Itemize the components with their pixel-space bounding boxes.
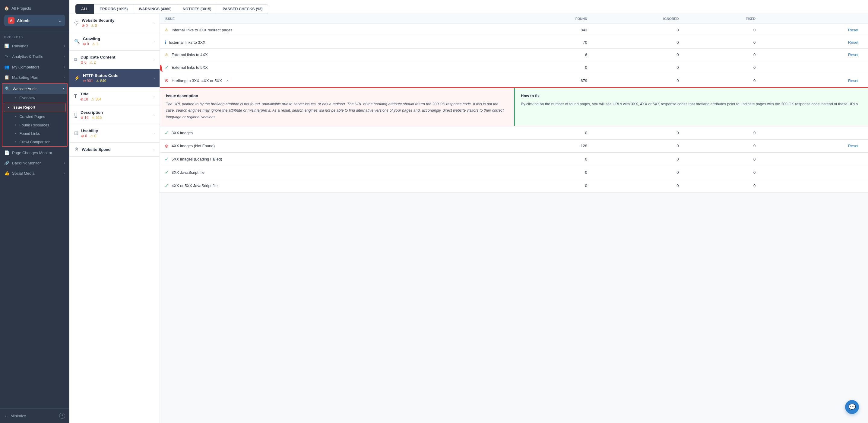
passed-icon: ✓: [165, 156, 168, 162]
reset-button[interactable]: Reset: [843, 140, 863, 152]
found-count: 0: [514, 126, 592, 140]
chevron-icon: ›: [64, 161, 65, 165]
reset-button[interactable]: Reset: [843, 75, 863, 87]
issue-name: 3XX JavaScript file: [172, 170, 205, 175]
category-duplicate-content[interactable]: ⧉ Duplicate Content ⊗ 0 ⚠ 2 ›: [69, 51, 159, 69]
chevron-right-icon: ›: [154, 58, 155, 62]
ignored-count: 0: [592, 49, 683, 61]
reset-action[interactable]: Reset: [760, 49, 868, 61]
reset-action[interactable]: Reset: [760, 36, 868, 49]
warning-icon: ⚠: [165, 52, 168, 57]
usability-icon: ☑: [74, 131, 78, 136]
issue-name: 4XX images (Not Found): [172, 144, 215, 148]
found-count: 0: [514, 61, 592, 74]
sidebar-subitem-crawled-pages[interactable]: • Crawled Pages: [2, 113, 67, 121]
error-count: ⊗ 0: [81, 60, 87, 65]
sidebar-subitem-found-resources[interactable]: • Found Resources: [2, 121, 67, 129]
chevron-right-icon: ›: [154, 21, 155, 25]
sidebar-subitem-overview[interactable]: • Overview: [2, 94, 67, 102]
table-row: ✓ 3XX images 0 0 0: [160, 126, 868, 140]
sidebar-bottom: ← Minimize ?: [0, 408, 69, 423]
sidebar-item-backlink[interactable]: 🔗 Backlink Monitor ›: [0, 158, 69, 168]
issue-name: External links to 5XX: [172, 65, 208, 70]
tab-warnings[interactable]: WARNINGS (4360): [133, 4, 177, 14]
sidebar-subitem-found-links[interactable]: • Found Links: [2, 129, 67, 138]
chevron-right-icon: ›: [154, 113, 155, 117]
issue-description-section: Issue description The URL pointed to by …: [160, 88, 514, 126]
backlink-label: Backlink Monitor: [12, 161, 41, 165]
ignored-count: 0: [592, 36, 683, 49]
warn-icon: ⚠: [91, 116, 95, 120]
warn-icon: ⚠: [90, 134, 93, 138]
reset-action[interactable]: Reset: [760, 74, 868, 87]
category-description[interactable]: U̲ Description ⊗ 16 ⚠ 515 ›: [69, 106, 159, 124]
sidebar-item-rankings[interactable]: 📊 Rankings ›: [0, 41, 69, 51]
help-icon[interactable]: ?: [59, 413, 65, 419]
issue-name: Internal links to 3XX redirect pages: [172, 28, 232, 32]
search-icon: 🔍: [74, 39, 80, 44]
error-count: ⊗ 0: [82, 24, 88, 28]
category-crawling[interactable]: 🔍 Crawling ⊗ 0 ⚠ 1 ›: [69, 32, 159, 51]
issue-name-cell: ⊗ 4XX images (Not Found): [165, 143, 509, 149]
reset-button[interactable]: Reset: [843, 24, 863, 36]
project-selector[interactable]: A Airbnb ⌄: [4, 15, 65, 26]
table-header-row: Issue Found Ignored Fixed: [160, 14, 868, 24]
ignored-count: 0: [592, 61, 683, 74]
chat-button[interactable]: 💬: [845, 400, 859, 414]
issue-name: 5XX images (Loading Failed): [172, 157, 222, 161]
reset-button[interactable]: Reset: [843, 49, 863, 61]
no-action: [760, 126, 868, 140]
sidebar-item-website-audit[interactable]: 🔍 Website Audit ∧: [2, 84, 67, 94]
category-usability[interactable]: ☑ Usability ⊗ 0 ⚠ 0 ›: [69, 124, 159, 143]
table-row: ✓ 4XX or 5XX JavaScript file 0 0 0: [160, 179, 868, 192]
sidebar-subitem-issue-report[interactable]: • Issue Report: [4, 103, 66, 112]
all-projects-link[interactable]: 🏠 All Projects: [4, 5, 65, 12]
fix-text: By clicking on the number of found pages…: [521, 101, 862, 108]
found-count: 843: [514, 24, 592, 36]
reset-button[interactable]: Reset: [843, 36, 863, 48]
desc-text: The URL pointed to by the hreflang attri…: [166, 101, 507, 120]
x-icon: ⊗: [81, 60, 84, 65]
sidebar-item-social[interactable]: 👍 Social Media ›: [0, 168, 69, 178]
minimize-button[interactable]: ← Minimize ?: [4, 412, 65, 420]
social-label: Social Media: [12, 171, 34, 176]
category-title[interactable]: T Title ⊗ 18 ⚠ 364 ›: [69, 88, 159, 106]
reset-action[interactable]: Reset: [760, 140, 868, 152]
warn-icon: ⚠: [91, 24, 94, 28]
category-website-speed[interactable]: ⏱ Website Speed ›: [69, 143, 159, 157]
passed-icon: ✓: [165, 170, 168, 175]
issues-table-wrap: Issue Found Ignored Fixed ⚠: [160, 14, 868, 192]
issue-name-cell: ⚠ External links to 4XX: [165, 52, 509, 57]
table-row: ✓ 5XX images (Loading Failed) 0 0 0: [160, 152, 868, 165]
passed-icon: ✓: [165, 65, 168, 70]
sidebar-item-marketing[interactable]: 📋 Marketing Plan ›: [0, 72, 69, 82]
ignored-count: 0: [592, 140, 683, 152]
found-count: 679: [514, 74, 592, 87]
chevron-icon: ›: [64, 44, 65, 48]
col-action: [760, 14, 868, 24]
table-row: ⚠ External links to 4XX 6 0 0 Reset: [160, 49, 868, 61]
issues-panel: Issue Found Ignored Fixed ⚠: [160, 14, 868, 423]
sidebar-item-page-changes[interactable]: 📄 Page Changes Monitor: [0, 148, 69, 158]
fixed-count: 0: [683, 126, 760, 140]
error-icon: ⊗: [165, 143, 168, 149]
category-website-security[interactable]: 🛡 Website Security ⊗ 0 ⚠ 0 ›: [69, 14, 159, 32]
fixed-count: 0: [683, 49, 760, 61]
found-count: 0: [514, 179, 592, 192]
reset-action[interactable]: Reset: [760, 24, 868, 36]
tab-notices[interactable]: NOTICES (3015): [177, 4, 217, 14]
tab-all[interactable]: ALL: [75, 4, 94, 14]
caret-up-icon[interactable]: ∧: [226, 79, 228, 83]
sidebar-item-competitors[interactable]: 👥 My Competitors ›: [0, 62, 69, 72]
x-icon: ⊗: [81, 134, 84, 138]
issue-name-cell: ℹ External links to 3XX: [165, 40, 509, 44]
tab-passed[interactable]: PASSED CHECKS (93): [217, 4, 268, 14]
tab-errors[interactable]: ERRORS (1095): [94, 4, 133, 14]
category-http-status[interactable]: ⚡ HTTP Status Code ⊗ 901 ⚠ 849 ›: [69, 69, 159, 88]
sidebar-item-analytics[interactable]: 〜 Analytics & Traffic ›: [0, 51, 69, 62]
all-projects-label: All Projects: [11, 6, 31, 10]
chevron-icon: ∧: [62, 87, 65, 91]
sidebar-subitem-crawl-comparison[interactable]: • Crawl Comparison: [2, 138, 67, 146]
filter-bar: ALL ERRORS (1095) WARNINGS (4360) NOTICE…: [69, 0, 868, 14]
error-icon: ⊗: [165, 78, 168, 83]
